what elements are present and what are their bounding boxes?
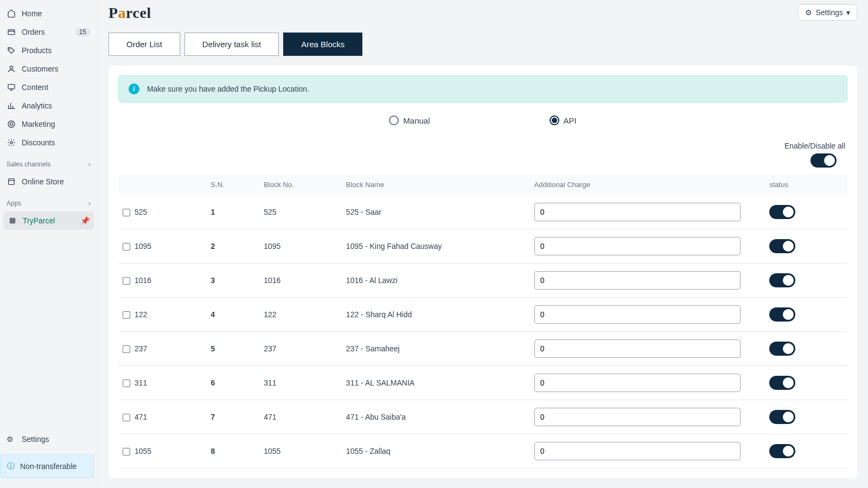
- sidebar-item-online-store[interactable]: Online Store: [0, 172, 97, 191]
- row-check-label: 1095: [135, 242, 151, 251]
- row-block-no: 1095: [259, 229, 342, 264]
- header-block-name: Block Name: [342, 174, 530, 195]
- tabs: Order List Delivery task list Area Block…: [108, 33, 857, 56]
- sidebar-item-settings[interactable]: ⚙ Settings: [0, 429, 97, 449]
- charge-input[interactable]: [534, 442, 741, 460]
- tag-icon: [7, 46, 16, 55]
- row-checkbox[interactable]: [123, 243, 130, 251]
- settings-button-label: Settings: [815, 8, 843, 17]
- charge-input[interactable]: [534, 374, 741, 392]
- row-checkbox[interactable]: [123, 277, 130, 285]
- svg-rect-0: [8, 30, 15, 35]
- charge-input[interactable]: [534, 271, 741, 290]
- inbox-icon: [7, 27, 16, 37]
- tab-delivery-task-list[interactable]: Delivery task list: [184, 33, 279, 56]
- info-icon: ⓘ: [7, 461, 15, 471]
- row-sn: 4: [207, 298, 260, 332]
- row-checkbox[interactable]: [123, 311, 130, 319]
- row-block-no: 525: [259, 195, 342, 229]
- status-toggle[interactable]: [769, 239, 795, 253]
- charge-input[interactable]: [534, 305, 741, 324]
- home-icon: [7, 9, 16, 18]
- status-toggle[interactable]: [769, 342, 795, 356]
- sidebar-item-label: Customers: [22, 65, 91, 73]
- toggle-all-switch[interactable]: [810, 153, 837, 168]
- status-toggle[interactable]: [769, 205, 795, 219]
- status-toggle[interactable]: [769, 410, 795, 424]
- content-card: i Make sure you have added the Pickup Lo…: [108, 66, 857, 478]
- row-checkbox[interactable]: [123, 448, 130, 455]
- header-charge: Additional Charge: [530, 174, 765, 195]
- pickup-alert: i Make sure you have added the Pickup Lo…: [118, 75, 847, 102]
- sidebar-item-label: Home: [22, 9, 91, 18]
- sidebar-item-marketing[interactable]: Marketing: [0, 115, 97, 133]
- sidebar-item-products[interactable]: Products: [0, 41, 97, 60]
- sidebar-item-analytics[interactable]: Analytics: [0, 97, 97, 115]
- svg-point-2: [10, 66, 12, 69]
- row-check-label: 1055: [135, 447, 151, 455]
- svg-point-6: [10, 142, 12, 144]
- row-block-name: 237 - Samaheej: [342, 332, 530, 366]
- table-row: 525 1 525 525 - Saar: [118, 195, 847, 229]
- svg-rect-7: [9, 179, 15, 185]
- row-checkbox[interactable]: [123, 414, 130, 421]
- sidebar-item-orders[interactable]: Orders 15: [0, 23, 97, 41]
- sales-channels-section[interactable]: Sales channels ›: [0, 156, 97, 172]
- svg-point-4: [8, 121, 15, 127]
- svg-point-5: [10, 123, 12, 125]
- sidebar-item-content[interactable]: Content: [0, 78, 97, 97]
- charge-input[interactable]: [534, 408, 741, 426]
- sidebar-item-customers[interactable]: Customers: [0, 60, 97, 78]
- radio-manual[interactable]: Manual: [389, 115, 430, 125]
- table-row: 471 7 471 471 - Abu Saiba'a: [118, 400, 847, 434]
- row-block-name: 471 - Abu Saiba'a: [342, 400, 530, 434]
- status-toggle[interactable]: [769, 273, 795, 287]
- status-toggle[interactable]: [769, 307, 795, 322]
- tab-area-blocks[interactable]: Area Blocks: [283, 33, 362, 56]
- row-sn: 6: [207, 366, 260, 400]
- settings-button[interactable]: ⚙ Settings ▾: [798, 4, 857, 21]
- notice-text: Non-transferable: [20, 462, 76, 471]
- sidebar-item-tryparcel[interactable]: TryParcel 📌: [3, 211, 94, 230]
- main-content: Parcel ⚙ Settings ▾ Order List Delivery …: [98, 0, 868, 488]
- chevron-right-icon: ›: [88, 200, 91, 207]
- toggle-all-label: Enable/Disable all: [118, 142, 847, 150]
- pin-icon[interactable]: 📌: [80, 216, 90, 225]
- status-toggle[interactable]: [769, 444, 795, 458]
- section-label: Sales channels: [7, 160, 50, 168]
- row-checkbox[interactable]: [123, 209, 130, 216]
- row-block-no: 311: [259, 366, 342, 400]
- sidebar-item-label: Content: [22, 83, 91, 92]
- row-check-label: 471: [135, 413, 147, 421]
- sidebar-item-discounts[interactable]: Discounts: [0, 133, 97, 152]
- row-checkbox[interactable]: [123, 380, 130, 387]
- row-check-label: 525: [135, 208, 147, 216]
- charge-input[interactable]: [534, 237, 741, 255]
- row-block-name: 122 - Sharq Al Hidd: [342, 298, 530, 332]
- app-logo: Parcel: [108, 4, 151, 22]
- apps-section[interactable]: Apps ›: [0, 195, 97, 211]
- charge-input[interactable]: [534, 203, 741, 221]
- charge-input[interactable]: [534, 339, 741, 358]
- table-row: 237 5 237 237 - Samaheej: [118, 332, 847, 366]
- row-block-no: 1055: [259, 434, 342, 468]
- target-icon: [7, 119, 16, 129]
- sidebar-item-home[interactable]: Home: [0, 4, 97, 23]
- tab-order-list[interactable]: Order List: [108, 33, 180, 56]
- header-block-no: Block No.: [259, 174, 342, 195]
- table-row: 1016 3 1016 1016 - Al Lawzi: [118, 264, 847, 298]
- display-icon: [7, 82, 16, 92]
- row-block-name: 1095 - King Fahad Causway: [342, 229, 530, 264]
- sidebar-item-label: Discounts: [22, 138, 91, 147]
- header-status: status: [765, 174, 847, 195]
- chart-icon: [7, 101, 16, 111]
- status-toggle[interactable]: [769, 376, 795, 390]
- row-block-no: 1016: [259, 264, 342, 298]
- user-icon: [7, 64, 16, 74]
- row-sn: 8: [207, 434, 260, 468]
- table-row: 1095 2 1095 1095 - King Fahad Causway: [118, 229, 847, 264]
- radio-api[interactable]: API: [550, 115, 577, 125]
- section-label: Apps: [7, 200, 21, 207]
- row-checkbox[interactable]: [123, 345, 130, 353]
- svg-rect-3: [8, 85, 15, 89]
